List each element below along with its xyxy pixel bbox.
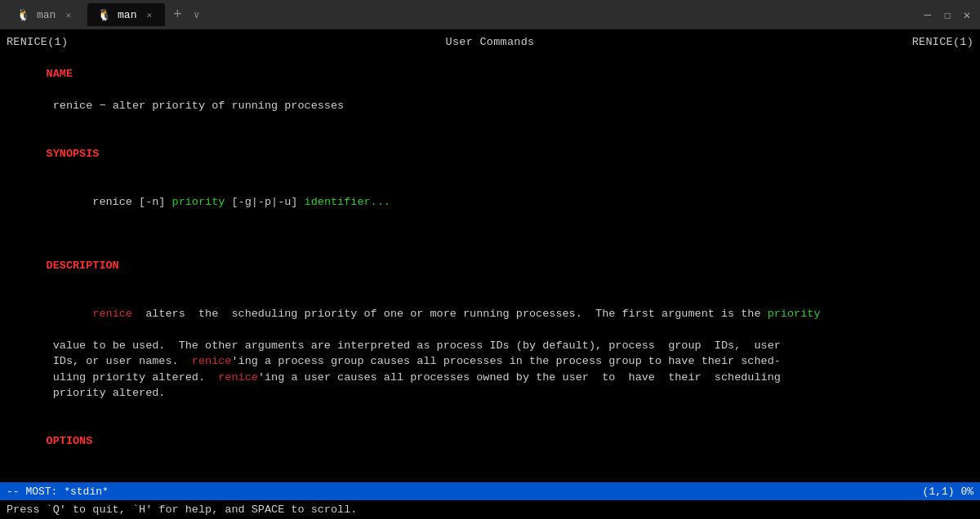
man-header: RENICE(1)User CommandsRENICE(1) — [7, 34, 973, 51]
synopsis-label: SYNOPSIS — [47, 148, 100, 160]
terminal: RENICE(1)User CommandsRENICE(1) NAME ren… — [0, 29, 980, 482]
desc-line1: renice alters the scheduling priority of… — [7, 290, 973, 338]
blank2 — [7, 226, 973, 242]
blank3 — [7, 401, 973, 418]
press-text: Press `Q' to quit, `H' for help, and SPA… — [7, 503, 357, 516]
tab2-icon: 🐧 — [97, 8, 111, 22]
description-section: DESCRIPTION — [7, 242, 973, 290]
desc-renice2: renice — [192, 355, 232, 367]
tab1-close[interactable]: ✕ — [62, 8, 74, 22]
options-label: OPTIONS — [47, 435, 93, 447]
desc-line3: IDs, or user names. renice'ing a process… — [7, 353, 973, 370]
status-bar: -- MOST: *stdin* (1,1) 0% — [0, 482, 980, 500]
desc-indent — [47, 308, 93, 320]
man-content: NAME renice − alter priority of running … — [7, 51, 973, 477]
options-section: OPTIONS — [7, 418, 973, 466]
opt1-flags-line: -n, --priority priority — [7, 465, 973, 477]
synopsis-identifier: identifier... — [305, 196, 390, 208]
desc-priority1: priority — [768, 308, 821, 320]
status-right: (1,1) 0% — [923, 486, 973, 498]
synopsis-pre: renice [-n] — [47, 196, 172, 208]
header-left: RENICE(1) — [7, 34, 68, 51]
name-text: renice − alter priority of running proce… — [7, 98, 973, 114]
maximize-button[interactable]: ☐ — [941, 8, 954, 21]
synopsis-line: renice [-n] priority [-g|-p|-u] identifi… — [7, 178, 973, 226]
close-button[interactable]: ✕ — [960, 8, 973, 21]
status-left: -- MOST: *stdin* — [7, 486, 109, 498]
header-right: RENICE(1) — [912, 34, 973, 51]
blank1 — [7, 114, 973, 131]
new-tab-button[interactable]: + — [168, 7, 187, 23]
synopsis-section: SYNOPSIS — [7, 130, 973, 178]
header-center-text: User Commands — [68, 34, 911, 51]
tab2-label: man — [118, 9, 136, 21]
tab1-label: man — [37, 9, 56, 21]
name-section: NAME — [7, 51, 973, 99]
description-label: DESCRIPTION — [47, 260, 119, 272]
desc-renice3: renice — [218, 371, 258, 384]
tab-chevron[interactable]: ∨ — [190, 9, 203, 21]
tab-1[interactable]: 🐧 man ✕ — [7, 3, 84, 26]
press-line: Press `Q' to quit, `H' for help, and SPA… — [0, 500, 980, 519]
minimize-button[interactable]: — — [921, 8, 934, 21]
desc-line4: uling priority altered. renice'ing a use… — [7, 370, 973, 386]
desc-renice1: renice — [92, 308, 132, 320]
desc-line2: value to be used. The other arguments ar… — [7, 338, 973, 354]
window-controls: — ☐ ✕ — [921, 8, 973, 21]
name-label: NAME — [47, 68, 73, 80]
synopsis-mid: [-g|-p|-u] — [225, 196, 304, 208]
desc-line5: priority altered. — [7, 385, 973, 401]
tab2-close[interactable]: ✕ — [143, 8, 155, 22]
desc-text1: alters the scheduling priority of one or… — [132, 308, 768, 320]
tab1-icon: 🐧 — [16, 8, 30, 22]
tab-2[interactable]: 🐧 man ✕ — [87, 3, 165, 26]
synopsis-priority: priority — [172, 196, 225, 208]
title-bar: 🐧 man ✕ 🐧 man ✕ + ∨ — ☐ ✕ — [0, 0, 980, 29]
